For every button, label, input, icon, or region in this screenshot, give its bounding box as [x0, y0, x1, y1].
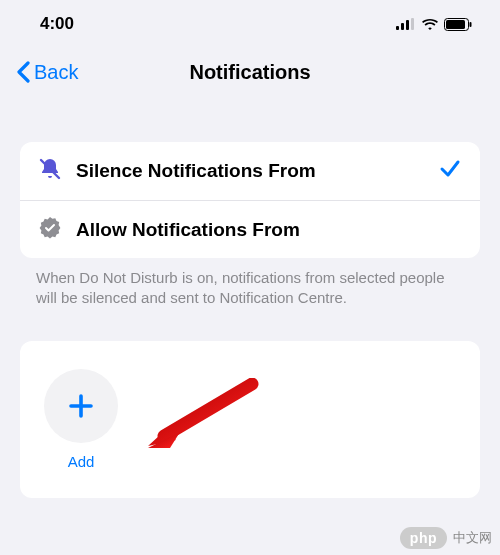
svg-rect-3	[411, 18, 414, 30]
plus-icon	[67, 392, 95, 420]
add-button[interactable]: Add	[44, 369, 118, 470]
battery-icon	[444, 18, 472, 31]
add-label: Add	[68, 453, 95, 470]
silence-option[interactable]: Silence Notifications From	[20, 142, 480, 200]
watermark-text: 中文网	[453, 529, 492, 547]
add-circle	[44, 369, 118, 443]
cellular-icon	[396, 18, 416, 30]
back-button[interactable]: Back	[16, 61, 78, 84]
status-indicators	[396, 18, 472, 31]
svg-rect-5	[446, 20, 465, 29]
status-time: 4:00	[40, 14, 74, 34]
svg-rect-0	[396, 26, 399, 30]
notification-mode-card: Silence Notifications From Allow Notific…	[20, 142, 480, 258]
page-title: Notifications	[189, 61, 310, 84]
navigation-bar: Back Notifications	[0, 48, 500, 96]
seal-check-icon	[38, 216, 62, 244]
back-label: Back	[34, 61, 78, 84]
svg-rect-1	[401, 23, 404, 30]
svg-rect-6	[470, 22, 472, 27]
status-bar: 4:00	[0, 0, 500, 48]
svg-rect-2	[406, 20, 409, 30]
allow-option[interactable]: Allow Notifications From	[20, 200, 480, 258]
wifi-icon	[421, 18, 439, 31]
checkmark-icon	[438, 157, 462, 185]
footer-description: When Do Not Disturb is on, notifications…	[20, 258, 480, 309]
silence-label: Silence Notifications From	[76, 160, 424, 182]
allow-label: Allow Notifications From	[76, 219, 462, 241]
watermark-badge: php	[400, 527, 447, 549]
chevron-left-icon	[16, 61, 30, 83]
people-card: Add	[20, 341, 480, 498]
watermark: php 中文网	[400, 527, 492, 549]
bell-slash-icon	[38, 157, 62, 185]
